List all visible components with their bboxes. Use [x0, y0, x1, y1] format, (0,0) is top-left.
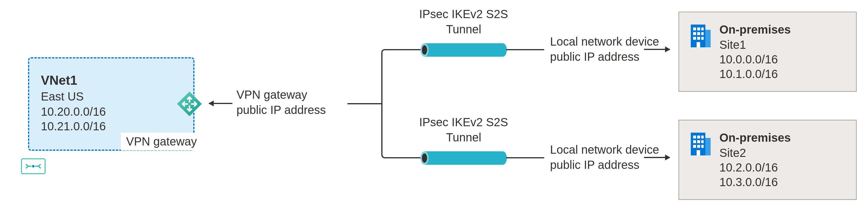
svg-rect-22	[696, 42, 700, 47]
connector-top-branch	[386, 49, 421, 50]
svg-rect-24	[705, 138, 711, 156]
arrow-to-site-bottom	[644, 157, 670, 158]
svg-rect-29	[697, 140, 700, 143]
connector-after-tunnel-bottom	[506, 157, 544, 158]
site-box-1: On-premises Site1 10.0.0.0/16 10.1.0.0/1…	[679, 12, 857, 92]
svg-rect-15	[701, 27, 704, 30]
local-device-label-bottom: Local network device public IP address	[550, 142, 659, 172]
svg-point-8	[499, 152, 507, 165]
tunnel-label-top: IPsec IKEv2 S2S Tunnel	[411, 6, 516, 37]
site-name: Site2	[719, 145, 791, 160]
svg-rect-31	[693, 145, 696, 148]
svg-rect-18	[701, 32, 704, 35]
svg-rect-25	[693, 136, 696, 138]
svg-rect-3	[425, 43, 503, 57]
connector-after-tunnel-top	[506, 49, 544, 50]
vpn-gateway-icon	[177, 91, 202, 116]
arrow-to-site-top	[644, 49, 670, 50]
vpn-gateway-label: VPN gateway	[121, 133, 202, 150]
tunnel-top-icon	[421, 42, 507, 58]
vpn-public-ip-label: VPN gateway public IP address	[237, 87, 326, 117]
vnet-subnet-1: 10.21.0.0/16	[41, 119, 182, 134]
tunnel-label-bottom: IPsec IKEv2 S2S Tunnel	[411, 114, 516, 145]
svg-point-4	[499, 43, 507, 57]
arrow-to-gateway	[209, 103, 232, 104]
svg-rect-21	[701, 37, 704, 40]
svg-marker-2	[178, 92, 201, 116]
vnet-icon	[21, 158, 45, 174]
vnet-subnet-0: 10.20.0.0/16	[41, 104, 182, 119]
site-subnet-0: 10.2.0.0/16	[719, 160, 791, 175]
site-title: On-premises	[719, 22, 791, 37]
svg-rect-33	[701, 145, 704, 148]
site-subnet-1: 10.1.0.0/16	[719, 66, 791, 81]
site-title: On-premises	[719, 130, 791, 145]
svg-point-0	[32, 165, 34, 167]
svg-rect-26	[697, 136, 700, 138]
vnet-title: VNet1	[41, 73, 182, 88]
svg-rect-20	[697, 37, 700, 40]
svg-rect-16	[693, 32, 696, 35]
svg-rect-32	[697, 145, 700, 148]
svg-rect-19	[693, 37, 696, 40]
svg-rect-14	[697, 27, 700, 30]
site-box-2: On-premises Site2 10.2.0.0/16 10.3.0.0/1…	[679, 120, 857, 200]
svg-rect-13	[693, 27, 696, 30]
svg-point-10	[422, 154, 427, 163]
site-subnet-1: 10.3.0.0/16	[719, 175, 791, 189]
tunnel-bottom-icon	[421, 150, 507, 166]
svg-point-6	[422, 45, 427, 55]
vnet-region: East US	[41, 90, 182, 103]
site-name: Site1	[719, 37, 791, 52]
connector-bottom-branch	[386, 157, 421, 158]
local-device-label-top: Local network device public IP address	[550, 34, 659, 64]
svg-rect-7	[425, 152, 503, 165]
building-icon	[690, 22, 711, 47]
site-subnet-0: 10.0.0.0/16	[719, 52, 791, 66]
svg-rect-34	[696, 150, 700, 156]
svg-rect-28	[693, 140, 696, 143]
svg-rect-30	[701, 140, 704, 143]
connector-main	[347, 103, 382, 104]
svg-rect-27	[701, 136, 704, 138]
building-icon	[690, 130, 711, 156]
connector-vertical	[381, 53, 382, 154]
svg-rect-17	[697, 32, 700, 35]
svg-rect-12	[705, 30, 711, 47]
